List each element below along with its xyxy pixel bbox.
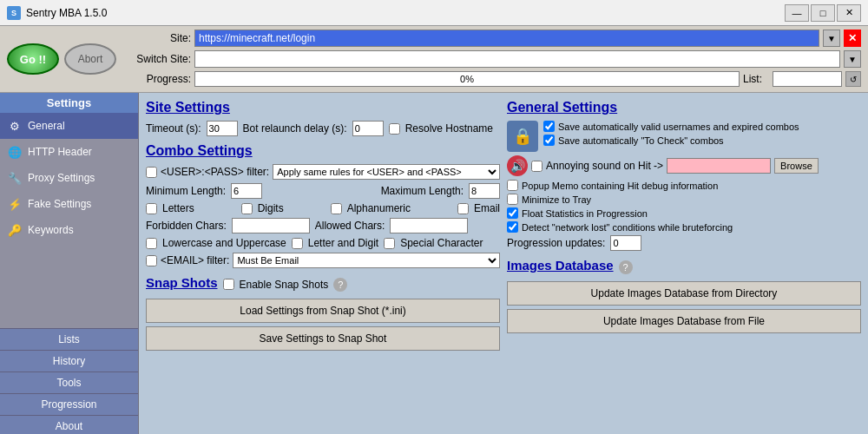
site-settings-title: Site Settings [146, 100, 500, 115]
snap-shots-help-icon[interactable]: ? [333, 278, 347, 292]
resolve-hostname-checkbox[interactable] [389, 123, 400, 135]
main-content: Settings ⚙ General 🌐 HTTP Header 🔧 Proxy… [0, 93, 868, 434]
timeout-row: Timeout (s): Bot relaunch delay (s): Res… [146, 121, 500, 136]
sidebar: Settings ⚙ General 🌐 HTTP Header 🔧 Proxy… [0, 93, 139, 434]
detect-network-checkbox[interactable] [507, 221, 518, 233]
sidebar-footer-progression[interactable]: Progression [0, 393, 138, 415]
browse-button[interactable]: Browse [774, 158, 819, 174]
length-row: Minimum Length: Maximum Length: [146, 183, 500, 199]
alphanumeric-checkbox[interactable] [331, 203, 342, 214]
list-input[interactable] [773, 71, 842, 87]
site-clear-button[interactable]: ✕ [844, 30, 861, 47]
forbidden-chars-input[interactable] [232, 218, 310, 233]
save-to-check-label: Save automatically "To Check" combos [558, 135, 724, 146]
popup-memo-checkbox[interactable] [507, 180, 518, 191]
letters-checkbox[interactable] [146, 203, 157, 214]
email-checkbox[interactable] [457, 203, 469, 214]
combo-settings-section: Combo Settings <USER>:<PASS> filter: App… [146, 143, 500, 268]
forbidden-chars-label: Forbidden Chars: [146, 220, 227, 232]
window-controls: — □ ✕ [785, 4, 861, 22]
go-button[interactable]: Go !! [7, 43, 59, 75]
timeout-input[interactable] [207, 121, 238, 136]
site-dropdown-arrow[interactable]: ▼ [823, 30, 840, 47]
enable-snap-shots-label: Enable Snap Shots [240, 279, 329, 291]
sidebar-footer-history[interactable]: History [0, 350, 138, 372]
minimize-tray-checkbox[interactable] [507, 194, 518, 205]
special-char-checkbox[interactable] [384, 238, 395, 249]
allowed-chars-label: Allowed Chars: [315, 220, 385, 232]
progress-row: Progress: 0% List: ↺ [122, 71, 861, 87]
sidebar-item-proxy-settings[interactable]: 🔧 Proxy Settings [0, 165, 138, 191]
alphanumeric-label: Alphanumeric [347, 202, 411, 214]
allowed-chars-input[interactable] [390, 218, 468, 233]
min-length-input[interactable] [231, 183, 262, 199]
sound-file-input[interactable] [667, 158, 771, 174]
digits-checkbox[interactable] [241, 203, 253, 214]
sidebar-footer-tools[interactable]: Tools [0, 372, 138, 393]
email-filter-checkbox[interactable] [146, 255, 157, 266]
email-filter-row: <EMAIL> filter: Must Be Email [146, 253, 500, 268]
digits-label: Digits [258, 202, 284, 214]
snap-shots-section: Snap Shots Enable Snap Shots ? Load Sett… [146, 275, 500, 354]
switch-site-input[interactable] [194, 50, 840, 68]
save-to-check-row: Save automatically "To Check" combos [543, 135, 799, 146]
switch-site-row: Switch Site: ▼ [122, 50, 861, 68]
minimize-button[interactable]: — [785, 4, 809, 22]
float-stats-checkbox[interactable] [507, 207, 518, 219]
enable-snap-shots-checkbox[interactable] [223, 279, 234, 290]
float-stats-row: Float Statistics in Progression [507, 207, 861, 219]
list-refresh-button[interactable]: ↺ [845, 71, 861, 87]
email-filter-dropdown[interactable]: Must Be Email [233, 253, 500, 268]
popup-memo-label: Popup Memo containing Hit debug informat… [522, 181, 718, 191]
letter-digit-checkbox[interactable] [292, 238, 303, 249]
user-pass-filter-label: <USER>:<PASS> filter: [161, 166, 269, 178]
email-label: Email [474, 202, 500, 214]
content-area: Site Settings Timeout (s): Bot relaunch … [139, 93, 868, 434]
bot-relaunch-input[interactable] [352, 121, 384, 136]
annoying-sound-checkbox[interactable] [531, 161, 542, 172]
save-to-check-checkbox[interactable] [543, 135, 555, 146]
bot-relaunch-label: Bot relaunch delay (s): [243, 122, 347, 135]
user-pass-filter-checkbox[interactable] [146, 167, 157, 178]
sidebar-item-fake-settings[interactable]: ⚡ Fake Settings [0, 191, 138, 217]
sidebar-header: Settings [0, 93, 138, 113]
save-valid-usernames-label: Save automatically valid usernames and e… [558, 122, 799, 132]
lowercase-uppercase-label: Lowercase and Uppercase [162, 237, 286, 249]
sidebar-item-fake-settings-label: Fake Settings [28, 198, 91, 210]
general-settings-icon: 🔒 [507, 121, 538, 152]
abort-button[interactable]: Abort [64, 43, 116, 75]
save-valid-usernames-checkbox[interactable] [543, 121, 555, 132]
close-button[interactable]: ✕ [837, 4, 861, 22]
sidebar-item-keywords[interactable]: 🔑 Keywords [0, 217, 138, 243]
sidebar-item-proxy-settings-label: Proxy Settings [28, 172, 95, 184]
general-settings-title: General Settings [507, 100, 861, 115]
sidebar-footer-lists[interactable]: Lists [0, 328, 138, 350]
sidebar-footer-about[interactable]: About [0, 415, 138, 434]
combo-settings-title: Combo Settings [146, 143, 500, 159]
title-bar: S Sentry MBA 1.5.0 — □ ✕ [0, 0, 868, 26]
letters-label: Letters [162, 202, 194, 214]
sidebar-item-general[interactable]: ⚙ General [0, 113, 138, 139]
lowercase-uppercase-checkbox[interactable] [146, 238, 157, 249]
update-from-file-button[interactable]: Update Images Database from File [507, 309, 861, 333]
images-database-help-icon[interactable]: ? [619, 260, 633, 274]
annoying-sound-label: Annoying sound on Hit -> [546, 160, 663, 172]
case-row: Lowercase and Uppercase Letter and Digit… [146, 237, 500, 249]
switch-site-dropdown-arrow[interactable]: ▼ [844, 50, 861, 68]
save-snap-shot-button[interactable]: Save Settings to Snap Shot [146, 326, 500, 351]
general-settings-section: General Settings 🔒 Save automatically va… [507, 100, 861, 251]
http-header-icon: 🌐 [7, 144, 23, 160]
site-input[interactable] [194, 30, 819, 47]
sidebar-item-http-header[interactable]: 🌐 HTTP Header [0, 139, 138, 165]
progression-updates-input[interactable] [610, 235, 641, 251]
max-length-input[interactable] [469, 183, 500, 199]
update-from-dir-button[interactable]: Update Images Database from Directory [507, 281, 861, 306]
site-row: Site: ▼ ✕ [122, 30, 861, 47]
snap-shots-title: Snap Shots [146, 275, 218, 290]
maximize-button[interactable]: □ [811, 4, 835, 22]
user-pass-filter-dropdown[interactable]: Apply same rules for <USER> and <PASS> [273, 164, 500, 180]
general-icon: ⚙ [7, 118, 23, 134]
load-snap-shot-button[interactable]: Load Settings from Snap Shot (*.ini) [146, 299, 500, 323]
special-char-label: Special Character [400, 237, 483, 249]
switch-site-label: Switch Site: [122, 53, 191, 65]
